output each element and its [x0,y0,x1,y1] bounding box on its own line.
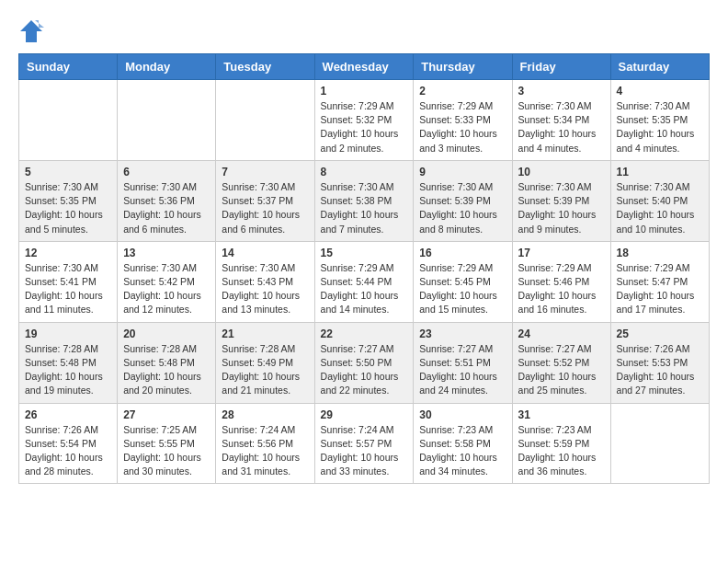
day-info: Sunrise: 7:28 AM Sunset: 5:49 PM Dayligh… [222,342,308,398]
day-info: Sunrise: 7:30 AM Sunset: 5:37 PM Dayligh… [222,180,308,236]
day-number: 15 [321,247,408,259]
day-info: Sunrise: 7:30 AM Sunset: 5:39 PM Dayligh… [518,180,605,236]
day-info: Sunrise: 7:27 AM Sunset: 5:50 PM Dayligh… [321,342,408,398]
day-number: 28 [222,408,308,421]
calendar-cell: 10Sunrise: 7:30 AM Sunset: 5:39 PM Dayli… [512,160,610,241]
week-row-3: 19Sunrise: 7:28 AM Sunset: 5:48 PM Dayli… [19,322,710,403]
calendar-cell: 28Sunrise: 7:24 AM Sunset: 5:56 PM Dayli… [216,403,314,484]
calendar-cell: 3Sunrise: 7:30 AM Sunset: 5:34 PM Daylig… [512,80,610,161]
day-number: 30 [419,408,506,421]
calendar-cell: 29Sunrise: 7:24 AM Sunset: 5:57 PM Dayli… [314,403,414,484]
day-info: Sunrise: 7:23 AM Sunset: 5:59 PM Dayligh… [518,423,605,479]
calendar-cell: 26Sunrise: 7:26 AM Sunset: 5:54 PM Dayli… [19,403,118,484]
weekday-header-tuesday: Tuesday [216,54,314,80]
day-info: Sunrise: 7:30 AM Sunset: 5:43 PM Dayligh… [222,261,308,317]
day-number: 5 [25,166,111,178]
day-info: Sunrise: 7:26 AM Sunset: 5:53 PM Dayligh… [617,342,703,398]
calendar-cell: 7Sunrise: 7:30 AM Sunset: 5:37 PM Daylig… [216,160,314,241]
week-row-0: 1Sunrise: 7:29 AM Sunset: 5:32 PM Daylig… [19,80,710,161]
calendar-cell: 12Sunrise: 7:30 AM Sunset: 5:41 PM Dayli… [19,241,118,322]
week-row-1: 5Sunrise: 7:30 AM Sunset: 5:35 PM Daylig… [19,160,710,241]
calendar-cell: 13Sunrise: 7:30 AM Sunset: 5:42 PM Dayli… [118,241,216,322]
day-number: 12 [25,247,111,259]
day-info: Sunrise: 7:25 AM Sunset: 5:55 PM Dayligh… [123,423,210,479]
calendar-cell: 4Sunrise: 7:30 AM Sunset: 5:35 PM Daylig… [610,80,709,161]
day-info: Sunrise: 7:27 AM Sunset: 5:51 PM Dayligh… [419,342,506,398]
calendar-cell: 19Sunrise: 7:28 AM Sunset: 5:48 PM Dayli… [19,322,118,403]
calendar-cell [216,80,314,161]
day-number: 31 [518,408,605,421]
day-info: Sunrise: 7:30 AM Sunset: 5:40 PM Dayligh… [617,180,703,236]
calendar-cell: 8Sunrise: 7:30 AM Sunset: 5:38 PM Daylig… [314,160,414,241]
calendar-cell: 11Sunrise: 7:30 AM Sunset: 5:40 PM Dayli… [610,160,709,241]
day-info: Sunrise: 7:29 AM Sunset: 5:46 PM Dayligh… [518,261,605,317]
calendar-table: SundayMondayTuesdayWednesdayThursdayFrid… [18,53,710,484]
day-number: 29 [321,408,408,421]
calendar-cell: 5Sunrise: 7:30 AM Sunset: 5:35 PM Daylig… [19,160,118,241]
weekday-header-sunday: Sunday [19,54,118,80]
day-number: 10 [518,166,605,178]
calendar-cell: 24Sunrise: 7:27 AM Sunset: 5:52 PM Dayli… [512,322,610,403]
calendar-cell: 25Sunrise: 7:26 AM Sunset: 5:53 PM Dayli… [610,322,709,403]
weekday-header-saturday: Saturday [610,54,709,80]
day-number: 27 [123,408,210,421]
calendar-cell [118,80,216,161]
day-info: Sunrise: 7:26 AM Sunset: 5:54 PM Dayligh… [25,423,111,479]
day-info: Sunrise: 7:30 AM Sunset: 5:35 PM Dayligh… [25,180,111,236]
calendar-cell: 16Sunrise: 7:29 AM Sunset: 5:45 PM Dayli… [414,241,512,322]
calendar-cell: 18Sunrise: 7:29 AM Sunset: 5:47 PM Dayli… [610,241,709,322]
day-number: 25 [617,327,703,340]
day-number: 19 [25,327,111,340]
logo [18,18,48,44]
day-number: 2 [419,85,506,98]
calendar-cell: 27Sunrise: 7:25 AM Sunset: 5:55 PM Dayli… [118,403,216,484]
day-number: 13 [123,247,210,259]
day-info: Sunrise: 7:30 AM Sunset: 5:38 PM Dayligh… [321,180,408,236]
day-info: Sunrise: 7:30 AM Sunset: 5:34 PM Dayligh… [518,99,605,155]
day-number: 17 [518,247,605,259]
calendar-cell: 30Sunrise: 7:23 AM Sunset: 5:58 PM Dayli… [414,403,512,484]
day-info: Sunrise: 7:28 AM Sunset: 5:48 PM Dayligh… [25,342,111,398]
calendar-body: 1Sunrise: 7:29 AM Sunset: 5:32 PM Daylig… [19,80,710,484]
calendar-cell [610,403,709,484]
day-info: Sunrise: 7:28 AM Sunset: 5:48 PM Dayligh… [123,342,210,398]
day-number: 4 [617,85,703,98]
calendar-cell: 14Sunrise: 7:30 AM Sunset: 5:43 PM Dayli… [216,241,314,322]
day-info: Sunrise: 7:30 AM Sunset: 5:39 PM Dayligh… [419,180,506,236]
day-info: Sunrise: 7:24 AM Sunset: 5:56 PM Dayligh… [222,423,308,479]
day-number: 26 [25,408,111,421]
day-info: Sunrise: 7:29 AM Sunset: 5:47 PM Dayligh… [617,261,703,317]
day-number: 21 [222,327,308,340]
weekday-header-thursday: Thursday [414,54,512,80]
day-info: Sunrise: 7:24 AM Sunset: 5:57 PM Dayligh… [321,423,408,479]
weekday-header-row: SundayMondayTuesdayWednesdayThursdayFrid… [19,54,710,80]
calendar-cell: 31Sunrise: 7:23 AM Sunset: 5:59 PM Dayli… [512,403,610,484]
day-info: Sunrise: 7:30 AM Sunset: 5:41 PM Dayligh… [25,261,111,317]
calendar-cell: 22Sunrise: 7:27 AM Sunset: 5:50 PM Dayli… [314,322,414,403]
day-info: Sunrise: 7:29 AM Sunset: 5:33 PM Dayligh… [419,99,506,155]
calendar-cell: 17Sunrise: 7:29 AM Sunset: 5:46 PM Dayli… [512,241,610,322]
week-row-4: 26Sunrise: 7:26 AM Sunset: 5:54 PM Dayli… [19,403,710,484]
day-number: 23 [419,327,506,340]
day-number: 6 [123,166,210,178]
day-info: Sunrise: 7:23 AM Sunset: 5:58 PM Dayligh… [419,423,506,479]
day-number: 7 [222,166,308,178]
day-info: Sunrise: 7:30 AM Sunset: 5:36 PM Dayligh… [123,180,210,236]
day-number: 9 [419,166,506,178]
day-number: 20 [123,327,210,340]
day-info: Sunrise: 7:29 AM Sunset: 5:44 PM Dayligh… [321,261,408,317]
logo-icon [18,18,44,44]
calendar-cell: 21Sunrise: 7:28 AM Sunset: 5:49 PM Dayli… [216,322,314,403]
calendar-cell: 6Sunrise: 7:30 AM Sunset: 5:36 PM Daylig… [118,160,216,241]
weekday-header-friday: Friday [512,54,610,80]
day-number: 3 [518,85,605,98]
day-number: 24 [518,327,605,340]
day-number: 11 [617,166,703,178]
day-number: 16 [419,247,506,259]
day-number: 22 [321,327,408,340]
calendar-cell: 2Sunrise: 7:29 AM Sunset: 5:33 PM Daylig… [414,80,512,161]
weekday-header-wednesday: Wednesday [314,54,414,80]
page-header [18,18,710,44]
day-number: 1 [321,85,408,98]
calendar-cell: 20Sunrise: 7:28 AM Sunset: 5:48 PM Dayli… [118,322,216,403]
